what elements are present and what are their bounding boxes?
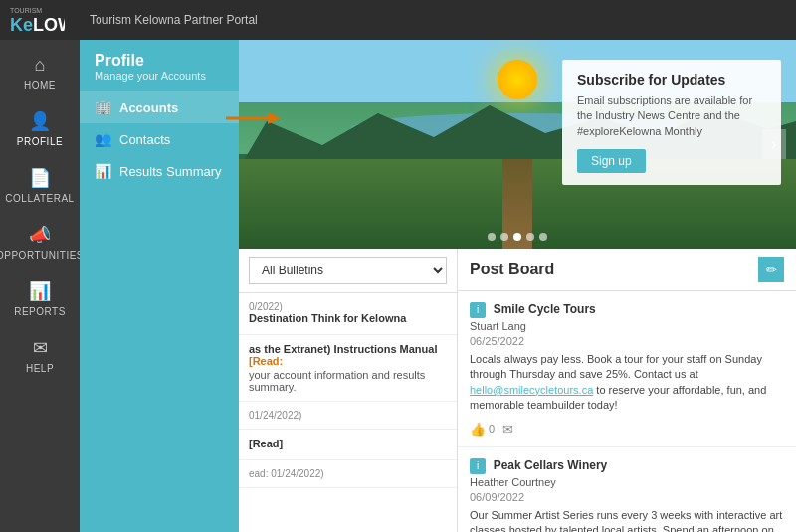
main-content: Subscribe for Updates Email subscription… bbox=[239, 40, 796, 532]
post-1-like-btn[interactable]: 👍 0 bbox=[470, 422, 495, 437]
bulletin-date-1: 0/2022) bbox=[249, 301, 447, 312]
bulletin-date-3: 01/24/2022) bbox=[249, 410, 447, 421]
accounts-icon: 🏢 bbox=[95, 99, 111, 115]
help-icon: ✉ bbox=[33, 337, 48, 359]
sidebar-item-home[interactable]: ⌂ HOME bbox=[0, 45, 80, 100]
svg-text:KeLOWNA: KeLOWNA bbox=[10, 15, 65, 35]
bulletin-title-2: as the Extranet) Instructions Manual [Re… bbox=[249, 343, 447, 367]
sub-sidebar-title: Profile bbox=[95, 52, 224, 70]
bulletins-select[interactable]: All Bulletins Unread Read bbox=[249, 257, 447, 284]
reports-icon: 📊 bbox=[29, 280, 51, 302]
post-1-business-icon: i bbox=[470, 302, 486, 318]
bulletin-list: 0/2022) Destination Think for Kelowna as… bbox=[239, 293, 457, 532]
hero-dot-5[interactable] bbox=[539, 233, 547, 241]
sidebar-item-help[interactable]: ✉ HELP bbox=[0, 327, 80, 384]
opportunities-icon: 📣 bbox=[29, 224, 51, 246]
bottom-content: All Bulletins Unread Read 0/2022) Destin… bbox=[239, 249, 796, 532]
bulletin-item-2[interactable]: as the Extranet) Instructions Manual [Re… bbox=[239, 335, 457, 402]
post-2-text: Our Summer Artist Series runs every 3 we… bbox=[470, 508, 784, 532]
post-board: Post Board ✏ i Smile Cycle Tours Stuart … bbox=[458, 249, 796, 532]
post-2-business-name: Peak Cellars Winery bbox=[494, 458, 608, 472]
top-bar: TOURISM KeLOWNA Tourism Kelowna Partner … bbox=[0, 0, 796, 40]
post-2-contact: Heather Courtney bbox=[470, 476, 784, 488]
sub-nav-results-label: Results Summary bbox=[119, 164, 222, 179]
sub-sidebar-header: Profile Manage your Accounts bbox=[80, 40, 239, 87]
bulletin-item-3[interactable]: 01/24/2022) bbox=[239, 402, 457, 430]
sidebar-item-collateral-label: COLLATERAL bbox=[5, 193, 74, 204]
svg-text:TOURISM: TOURISM bbox=[10, 7, 42, 14]
bulletin-date-5: ead: 01/24/2022) bbox=[249, 468, 447, 479]
bulletin-item-4[interactable]: [Read] bbox=[239, 430, 457, 460]
post-board-title: Post Board bbox=[470, 261, 554, 278]
collateral-icon: 📄 bbox=[29, 167, 51, 189]
sidebar-item-opportunities-label: OPPORTUNITIES bbox=[0, 250, 84, 261]
post-2-date: 06/09/2022 bbox=[470, 491, 784, 503]
bulletin-item-1[interactable]: 0/2022) Destination Think for Kelowna bbox=[239, 293, 457, 335]
hero-dot-3[interactable] bbox=[513, 233, 521, 241]
arrow-indicator bbox=[226, 107, 281, 129]
post-board-header: Post Board ✏ bbox=[458, 249, 796, 291]
sub-sidebar-nav: 🏢 Accounts 👥 Contacts 📊 Results Summary bbox=[80, 91, 239, 187]
sidebar-item-reports-label: REPORTS bbox=[14, 306, 66, 317]
sub-nav-item-contacts[interactable]: 👥 Contacts bbox=[80, 123, 239, 155]
hero-dot-1[interactable] bbox=[488, 233, 496, 241]
post-2-business-row: i Peak Cellars Winery bbox=[470, 457, 784, 474]
home-icon: ⌂ bbox=[35, 55, 46, 76]
post-list: i Smile Cycle Tours Stuart Lang 06/25/20… bbox=[458, 291, 796, 532]
logo: TOURISM KeLOWNA Tourism Kelowna Partner … bbox=[10, 3, 258, 38]
sign-up-button[interactable]: Sign up bbox=[577, 149, 646, 173]
sidebar-item-home-label: HOME bbox=[24, 80, 56, 90]
post-1-text: Locals always pay less. Book a tour for … bbox=[470, 352, 784, 414]
hero-dot-4[interactable] bbox=[526, 233, 534, 241]
post-1-business-name: Smile Cycle Tours bbox=[494, 302, 596, 316]
bulletin-read-2: [Read: bbox=[249, 355, 283, 367]
sidebar-item-opportunities[interactable]: 📣 OPPORTUNITIES bbox=[0, 214, 80, 270]
sub-sidebar: Profile Manage your Accounts 🏢 Accounts … bbox=[80, 40, 239, 532]
sub-nav-accounts-label: Accounts bbox=[119, 100, 178, 115]
subscribe-text: Email subscriptions are available for th… bbox=[577, 93, 766, 139]
bulletins-header: All Bulletins Unread Read bbox=[239, 249, 457, 293]
post-1-actions: 👍 0 ✉ bbox=[470, 422, 784, 437]
hero-banner: Subscribe for Updates Email subscription… bbox=[239, 40, 796, 249]
sub-sidebar-subtitle: Manage your Accounts bbox=[95, 70, 224, 82]
sub-nav-item-results[interactable]: 📊 Results Summary bbox=[80, 155, 239, 187]
message-icon: ✉ bbox=[502, 422, 513, 437]
sub-nav-contacts-label: Contacts bbox=[119, 132, 170, 147]
subscribe-title: Subscribe for Updates bbox=[577, 72, 766, 88]
thumb-up-icon: 👍 bbox=[470, 422, 486, 437]
post-1-link[interactable]: hello@smilecycletours.ca bbox=[470, 384, 593, 396]
post-1-likes: 0 bbox=[489, 423, 495, 435]
bulletin-desc-2: your account information and results sum… bbox=[249, 369, 447, 393]
post-board-edit-button[interactable]: ✏ bbox=[758, 257, 784, 282]
sidebar-item-profile-label: PROFILE bbox=[17, 136, 63, 147]
post-1-date: 06/25/2022 bbox=[470, 335, 784, 347]
hero-dots bbox=[488, 233, 547, 241]
post-1-contact: Stuart Lang bbox=[470, 320, 784, 332]
bulletins-panel: All Bulletins Unread Read 0/2022) Destin… bbox=[239, 249, 458, 532]
post-1-message-btn[interactable]: ✉ bbox=[502, 422, 513, 437]
post-2-business-icon: i bbox=[470, 458, 486, 474]
sidebar-item-profile[interactable]: 👤 PROFILE bbox=[0, 100, 80, 157]
sidebar-item-reports[interactable]: 📊 REPORTS bbox=[0, 270, 80, 327]
sidebar: ⌂ HOME 👤 PROFILE 📄 COLLATERAL 📣 OPPORTUN… bbox=[0, 40, 80, 532]
sidebar-item-help-label: HELP bbox=[26, 363, 54, 374]
subscribe-box: Subscribe for Updates Email subscription… bbox=[562, 60, 781, 185]
hero-next-button[interactable]: › bbox=[762, 129, 786, 159]
portal-label: Tourism Kelowna Partner Portal bbox=[90, 13, 258, 27]
svg-marker-3 bbox=[268, 112, 281, 124]
bulletin-title-1: Destination Think for Kelowna bbox=[249, 312, 447, 324]
hero-dot-2[interactable] bbox=[500, 233, 508, 241]
post-item-2: i Peak Cellars Winery Heather Courtney 0… bbox=[458, 447, 796, 532]
post-item-1: i Smile Cycle Tours Stuart Lang 06/25/20… bbox=[458, 291, 796, 447]
sidebar-item-collateral[interactable]: 📄 COLLATERAL bbox=[0, 157, 80, 214]
profile-icon: 👤 bbox=[29, 110, 51, 132]
bulletin-title-4: [Read] bbox=[249, 438, 447, 449]
bulletin-item-5[interactable]: ead: 01/24/2022) bbox=[239, 460, 457, 488]
post-1-business-row: i Smile Cycle Tours bbox=[470, 301, 784, 318]
contacts-icon: 👥 bbox=[95, 131, 111, 147]
sub-nav-item-accounts[interactable]: 🏢 Accounts bbox=[80, 91, 239, 123]
logo-mark: TOURISM KeLOWNA bbox=[10, 3, 65, 38]
hero-sun bbox=[498, 60, 537, 99]
results-icon: 📊 bbox=[95, 163, 111, 179]
